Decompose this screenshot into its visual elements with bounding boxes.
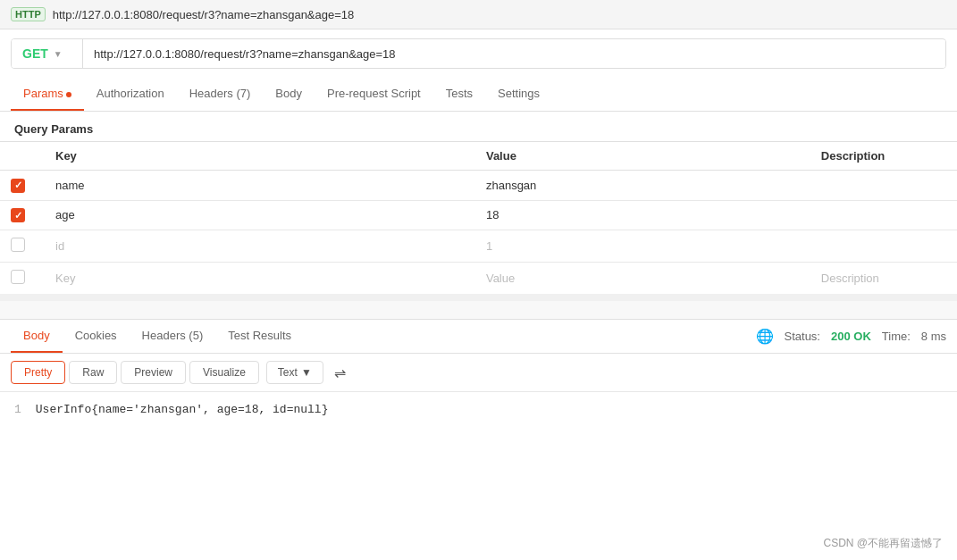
key-cell-empty: Key bbox=[45, 263, 475, 295]
key-cell-age: age bbox=[45, 200, 475, 230]
format-pretty-button[interactable]: Pretty bbox=[11, 361, 65, 384]
table-header-row: Key Value Description bbox=[0, 142, 957, 171]
address-bar: HTTP http://127.0.0.1:8080/request/r3?na… bbox=[0, 0, 957, 29]
tab-authorization[interactable]: Authorization bbox=[84, 78, 177, 111]
tab-tests[interactable]: Tests bbox=[433, 78, 485, 111]
checkbox-empty[interactable] bbox=[11, 270, 25, 284]
format-preview-button[interactable]: Preview bbox=[121, 361, 186, 384]
tab-body[interactable]: Body bbox=[263, 78, 315, 111]
chevron-down-icon: ▼ bbox=[54, 49, 63, 59]
url-input[interactable] bbox=[83, 40, 945, 68]
response-tab-headers[interactable]: Headers (5) bbox=[130, 320, 216, 353]
desc-cell-age bbox=[810, 200, 957, 230]
response-tab-testresults[interactable]: Test Results bbox=[215, 320, 304, 353]
response-section: Body Cookies Headers (5) Test Results 🌐 … bbox=[0, 319, 957, 427]
tab-params[interactable]: Params bbox=[11, 78, 84, 111]
http-badge: HTTP bbox=[11, 7, 46, 21]
response-tabs: Body Cookies Headers (5) Test Results 🌐 … bbox=[0, 320, 957, 354]
tab-prerequest[interactable]: Pre-request Script bbox=[315, 78, 433, 111]
col-header-key: Key bbox=[45, 142, 475, 171]
request-tabs: Params Authorization Headers (7) Body Pr… bbox=[0, 78, 957, 112]
table-row: id 1 bbox=[0, 230, 957, 263]
status-label: Status: bbox=[785, 330, 820, 343]
request-section: GET ▼ Params Authorization Headers (7) B… bbox=[0, 38, 957, 301]
checkbox-name[interactable]: ✓ bbox=[11, 179, 25, 193]
value-cell-id: 1 bbox=[475, 230, 810, 263]
format-raw-button[interactable]: Raw bbox=[69, 361, 117, 384]
time-value: 8 ms bbox=[921, 330, 946, 343]
desc-cell-empty: Description bbox=[810, 263, 957, 295]
value-cell-empty: Value bbox=[475, 263, 810, 295]
word-wrap-icon[interactable]: ⇌ bbox=[334, 364, 346, 381]
desc-cell-name bbox=[810, 171, 957, 201]
text-format-dropdown[interactable]: Text ▼ bbox=[266, 361, 323, 384]
response-tab-body[interactable]: Body bbox=[11, 320, 63, 353]
col-header-description: Description bbox=[810, 142, 957, 171]
desc-cell-id bbox=[810, 230, 957, 263]
value-cell-age: 18 bbox=[475, 200, 810, 230]
table-row: ✓ name zhansgan bbox=[0, 171, 957, 201]
table-row: Key Value Description bbox=[0, 263, 957, 295]
tab-headers[interactable]: Headers (7) bbox=[177, 78, 264, 111]
value-cell-name: zhansgan bbox=[475, 171, 810, 201]
col-header-check bbox=[0, 142, 45, 171]
key-cell-name: name bbox=[45, 171, 475, 201]
status-value: 200 OK bbox=[831, 330, 871, 343]
format-visualize-button[interactable]: Visualize bbox=[189, 361, 259, 384]
format-bar: Pretty Raw Preview Visualize Text ▼ ⇌ bbox=[0, 354, 957, 392]
query-params-title: Query Params bbox=[0, 112, 957, 141]
checkbox-age[interactable]: ✓ bbox=[11, 208, 25, 222]
response-tab-cookies[interactable]: Cookies bbox=[63, 320, 130, 353]
params-dot bbox=[66, 92, 71, 97]
method-label: GET bbox=[22, 46, 48, 61]
params-table: Key Value Description ✓ name zhansgan bbox=[0, 141, 957, 294]
response-status: 🌐 Status: 200 OK Time: 8 ms bbox=[756, 328, 946, 345]
dropdown-chevron-icon: ▼ bbox=[301, 366, 312, 379]
method-select[interactable]: GET ▼ bbox=[12, 39, 83, 68]
key-cell-id: id bbox=[45, 230, 475, 263]
spacer bbox=[0, 301, 957, 319]
globe-icon: 🌐 bbox=[756, 328, 774, 345]
code-area: 1UserInfo{name='zhansgan', age=18, id=nu… bbox=[0, 392, 957, 427]
checkbox-id[interactable] bbox=[11, 238, 25, 252]
table-row: ✓ age 18 bbox=[0, 200, 957, 230]
tab-settings[interactable]: Settings bbox=[485, 78, 552, 111]
col-header-value: Value bbox=[475, 142, 810, 171]
time-label: Time: bbox=[882, 330, 911, 343]
url-bar: GET ▼ bbox=[11, 38, 946, 69]
line-number: 1 bbox=[14, 403, 21, 416]
address-url: http://127.0.0.1:8080/request/r3?name=zh… bbox=[53, 8, 355, 21]
code-line: UserInfo{name='zhansgan', age=18, id=nul… bbox=[36, 403, 329, 416]
